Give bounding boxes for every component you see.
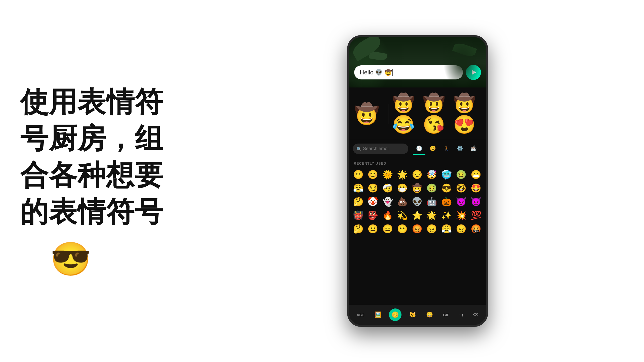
- kb-text-button[interactable]: :-): [457, 311, 465, 319]
- emoji-item[interactable]: 🌟: [396, 168, 409, 181]
- headline-line2: 合各种想要的表情符号: [20, 157, 176, 230]
- category-row: 🕐 😊 🚶 ⚙️ ☕: [410, 142, 482, 155]
- text-cursor: [392, 69, 393, 76]
- combo-emoji-3[interactable]: 🤠😍: [453, 93, 481, 135]
- kitchen-selected-emoji: 🤠: [354, 102, 379, 126]
- recently-used-label: RECENTLY USED: [349, 158, 486, 167]
- emoji-item[interactable]: 😑: [381, 222, 394, 235]
- message-input-box[interactable]: Hello 👽 🤠: [354, 65, 463, 79]
- kb-gif-button[interactable]: GIF: [440, 311, 452, 319]
- emoji-icon: 😊: [391, 311, 399, 318]
- emoji-kitchen-panel: 🤠 🤠😂 🤠😘 🤠😍 🔍 🕐 😊 🚶: [349, 87, 486, 327]
- send-icon: [472, 70, 476, 75]
- headline-line1: 使用表情符号厨房，组: [20, 84, 176, 157]
- send-button[interactable]: [466, 65, 481, 80]
- emoji-item[interactable]: 🤢: [455, 168, 468, 181]
- kaomoji-icon: 😄: [426, 311, 433, 318]
- kb-delete-button[interactable]: ⌫: [471, 310, 481, 319]
- emoji-item[interactable]: 🌟: [425, 209, 438, 222]
- emoji-item[interactable]: ⭐: [411, 209, 424, 222]
- phone-frame: Hello 👽 🤠 🤠 🤠😂 🤠😘 🤠😍: [347, 35, 488, 327]
- emoji-item[interactable]: 😡: [411, 222, 424, 235]
- cat-smileys[interactable]: 😊: [426, 142, 439, 155]
- sticker-icon: 🖼️: [375, 311, 381, 318]
- emoji-item[interactable]: 🤬: [469, 222, 482, 235]
- emoji-item[interactable]: 🤓: [455, 182, 468, 195]
- emoji-item[interactable]: 😏: [366, 182, 379, 195]
- emoji-item[interactable]: 🤡: [366, 195, 379, 208]
- emoji-item[interactable]: 😶: [396, 222, 409, 235]
- phone-background: Hello 👽 🤠: [349, 37, 486, 87]
- emoji-item[interactable]: 🔥: [381, 209, 394, 222]
- left-panel: 使用表情符号厨房，组 合各种想要的表情符号 😎: [0, 0, 191, 362]
- message-emoji1: 👽: [375, 69, 383, 76]
- cat-food[interactable]: ☕: [467, 142, 480, 155]
- kb-kaomoji-button[interactable]: 😄: [424, 309, 435, 320]
- kb-emoji-button[interactable]: 😊: [389, 308, 401, 321]
- emoticon-icon: 😺: [409, 311, 416, 318]
- emoji-item[interactable]: 😊: [366, 168, 379, 181]
- emoji-item[interactable]: 😶: [352, 168, 365, 181]
- emoji-item[interactable]: 😈: [455, 195, 468, 208]
- emoji-item[interactable]: 🤢: [425, 182, 438, 195]
- cat-recent[interactable]: 🕐: [413, 142, 425, 155]
- emoji-item[interactable]: 🎃: [440, 195, 453, 208]
- main-headline: 使用表情符号厨房，组 合各种想要的表情符号: [20, 84, 176, 230]
- kitchen-combos: 🤠😂 🤠😘 🤠😍: [392, 93, 481, 135]
- combo-emoji-2[interactable]: 🤠😘: [423, 93, 451, 135]
- cat-people[interactable]: 🚶: [440, 142, 453, 155]
- kitchen-divider: [388, 104, 388, 124]
- keyboard-bar: ABC 🖼️ 😊 😺 😄 GIF :-) ⌫: [349, 305, 486, 325]
- message-emoji2: 🤠: [384, 69, 392, 76]
- emoji-item[interactable]: 💥: [455, 209, 468, 222]
- emoji-search-row: 🔍 🕐 😊 🚶 ⚙️ ☕: [349, 139, 486, 158]
- emoji-item[interactable]: 🤩: [469, 182, 482, 195]
- emoji-item[interactable]: 👹: [352, 209, 365, 222]
- kb-abc-button[interactable]: ABC: [354, 311, 367, 319]
- emoji-item[interactable]: 😤: [352, 182, 365, 195]
- kb-sticker-button[interactable]: 🖼️: [372, 309, 384, 320]
- emoji-item[interactable]: 🤔: [352, 222, 365, 235]
- emoji-item[interactable]: 😠: [455, 222, 468, 235]
- emoji-item[interactable]: 👽: [411, 195, 424, 208]
- emoji-item[interactable]: 💫: [396, 209, 409, 222]
- search-bar-wrap: 🔍: [353, 144, 408, 154]
- emoji-item[interactable]: 😎: [440, 182, 453, 195]
- kitchen-preview-row: 🤠 🤠😂 🤠😘 🤠😍: [349, 87, 486, 139]
- emoji-item[interactable]: 🌞: [381, 168, 394, 181]
- emoji-item[interactable]: 👿: [469, 195, 482, 208]
- emoji-item[interactable]: 💯: [469, 209, 482, 222]
- emoji-item[interactable]: 😤: [440, 222, 453, 235]
- emoji-item[interactable]: 😐: [366, 222, 379, 235]
- cat-objects[interactable]: ⚙️: [454, 142, 466, 155]
- emoji-item[interactable]: 😬: [469, 168, 482, 181]
- emoji-item[interactable]: 🤖: [425, 195, 438, 208]
- emoji-item[interactable]: ✨: [440, 209, 453, 222]
- emoji-item[interactable]: 🤯: [425, 168, 438, 181]
- emoji-grid-section: 😶 😊 🌞 🌟 😒 🤯 🥶 🤢 😬 😤 😏 🤕 😷 🤠 🤢: [349, 167, 486, 250]
- leaf-decoration-3: [369, 51, 387, 61]
- search-icon: 🔍: [356, 146, 361, 151]
- message-area: Hello 👽 🤠: [354, 65, 481, 80]
- right-panel: Hello 👽 🤠 🤠 🤠😂 🤠😘 🤠😍: [191, 0, 644, 362]
- emoji-item[interactable]: 🥶: [440, 168, 453, 181]
- emoji-item[interactable]: 🤠: [411, 182, 424, 195]
- emoji-item[interactable]: 😒: [411, 168, 424, 181]
- decoration-emoji: 😎: [50, 240, 91, 278]
- emoji-item[interactable]: 💩: [396, 195, 409, 208]
- emoji-item[interactable]: 🤔: [352, 195, 365, 208]
- leaf-decoration-2: [452, 41, 477, 58]
- emoji-grid: 😶 😊 🌞 🌟 😒 🤯 🥶 🤢 😬 😤 😏 🤕 😷 🤠 🤢: [349, 167, 486, 236]
- emoji-item[interactable]: 👻: [381, 195, 394, 208]
- emoji-item[interactable]: 😠: [425, 222, 438, 235]
- kb-emoticon-button[interactable]: 😺: [407, 309, 419, 320]
- emoji-item[interactable]: 🤕: [381, 182, 394, 195]
- emoji-item[interactable]: 😷: [396, 182, 409, 195]
- message-text: Hello: [360, 69, 374, 76]
- emoji-item[interactable]: 👺: [366, 209, 379, 222]
- combo-emoji-1[interactable]: 🤠😂: [392, 93, 420, 135]
